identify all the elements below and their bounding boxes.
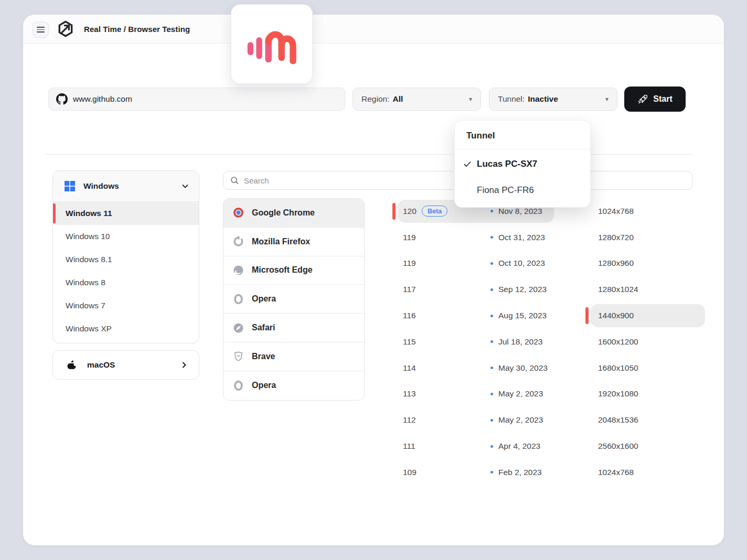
release-date-label: May 30, 2023 [498,363,548,373]
browser-row-opera-2[interactable]: Opera [223,371,364,400]
browser-row-edge[interactable]: Microsoft Edge [223,256,364,285]
brave-icon [233,351,244,362]
release-date: May 2, 2023 [490,415,543,425]
release-date-label: Sep 12, 2023 [498,285,547,294]
opera-icon [233,294,244,305]
resolution-label: 2560x1600 [598,441,638,451]
start-button[interactable]: Start [624,87,686,112]
version-row[interactable]: 112 May 2, 2023 [392,407,554,433]
url-input[interactable] [73,94,337,104]
bullet-icon [490,367,493,369]
sidebar-item-windows-10[interactable]: Windows 10 [53,225,199,248]
browser-name: Mozilla Firefox [252,237,310,246]
release-date: Oct 10, 2023 [490,259,545,268]
release-date: Oct 31, 2023 [490,233,545,242]
version-number: 112 [403,415,416,425]
windows-icon [65,181,75,191]
os-panel-macos[interactable]: macOS [52,350,199,380]
rocket-icon [637,94,648,105]
section-divider [45,154,692,155]
bullet-icon [490,393,493,395]
safari-icon [233,322,244,333]
sidebar-item-windows-8-1[interactable]: Windows 8.1 [53,248,199,271]
version-number: 109 [403,468,417,477]
tunnel-option-lucas[interactable]: Lucas PC-SX7 [455,153,590,176]
windows-group-header[interactable]: Windows [53,171,199,201]
version-row[interactable]: 119 Oct 10, 2023 [392,251,554,277]
resolution-row[interactable]: 1280x1024 [585,276,707,303]
url-field[interactable] [48,88,345,111]
chevron-right-icon [180,361,188,369]
desktop-background: Real Time / Browser Testing Region: All … [0,0,747,560]
bullet-icon [490,315,493,317]
version-row[interactable]: 116 Aug 15, 2023 [392,303,554,329]
os-item-label: Windows 8.1 [66,255,112,264]
bullet-icon [490,210,493,212]
browser-name: Microsoft Edge [252,265,313,275]
release-date-label: May 2, 2023 [498,389,543,399]
apple-icon [67,360,77,371]
tunnel-dropdown-menu: Tunnel Lucas PC-SX7 Fiona PC-FR6 [454,120,591,208]
release-date-label: Apr 4, 2023 [498,441,540,451]
version-number: 117 [403,285,416,294]
chevron-down-icon: ▾ [469,95,472,103]
tunnel-option-label: Fiona PC-FR6 [477,185,534,196]
tunnel-menu-title: Tunnel [455,121,590,149]
release-date-label: Oct 10, 2023 [498,259,545,268]
browser-row-chrome[interactable]: Google Chrome [223,199,364,228]
version-row[interactable]: 113 May 2, 2023 [392,381,554,407]
resolution-label: 1280x720 [598,233,634,242]
resolution-row[interactable]: 1024x768 [585,459,707,486]
resolution-row[interactable]: 1680x1050 [585,355,707,381]
browser-list: Google Chrome Mozilla Firefox [223,198,365,401]
browser-row-opera[interactable]: Opera [223,285,364,314]
version-row[interactable]: 114 May 30, 2023 [392,355,554,381]
page-title: Real Time / Browser Testing [84,15,190,44]
sidebar-item-windows-xp[interactable]: Windows XP [53,317,199,340]
sidebar-item-windows-8[interactable]: Windows 8 [53,271,199,294]
resolution-row[interactable]: 1600x1200 [585,329,707,355]
browser-row-safari[interactable]: Safari [223,314,364,342]
bullet-icon [490,262,493,265]
version-list: 120 Beta Nov 8, 2023 119 Oct 31, 2023 11… [392,198,554,486]
tunnel-select[interactable]: Tunnel: Inactive ▾ [489,88,617,111]
tunnel-value: Inactive [528,94,558,104]
start-label: Start [653,94,672,104]
region-select[interactable]: Region: All ▾ [353,88,481,111]
resolution-row-selected[interactable]: 1440x900 [585,303,707,329]
browser-row-brave[interactable]: Brave [223,342,364,371]
release-date-label: Oct 31, 2023 [498,233,545,242]
chevron-down-icon [181,182,189,190]
bullet-icon [490,288,493,291]
resolution-label: 1920x1080 [598,389,638,399]
tunnel-option-fiona[interactable]: Fiona PC-FR6 [455,179,590,202]
menu-button[interactable] [33,21,49,38]
version-row[interactable]: 117 Sep 12, 2023 [392,276,554,303]
resolution-row[interactable]: 1280x720 [585,224,707,251]
browser-row-firefox[interactable]: Mozilla Firefox [223,228,364,256]
version-number: 120 [403,207,417,216]
resolution-row[interactable]: 1280x960 [585,251,707,277]
chrome-icon [233,207,244,218]
resolution-label: 1024x768 [598,207,634,216]
resolution-row[interactable]: 2048x1536 [585,407,707,433]
browser-name: Safari [252,323,275,332]
resolution-row[interactable]: 1920x1080 [585,381,707,407]
os-item-label: Windows 8 [66,278,105,287]
browser-name: Google Chrome [252,208,315,218]
resolution-label: 1680x1050 [598,363,638,373]
version-row[interactable]: 119 Oct 31, 2023 [392,224,554,251]
resolution-row[interactable]: 2560x1600 [585,433,707,459]
resolution-label: 1280x1024 [598,285,638,294]
windows-version-list: Windows 11 Windows 10 Windows 8.1 Window… [53,201,199,343]
version-number: 113 [403,389,416,399]
resolution-row[interactable]: 1024x768 [585,198,707,224]
release-date: Sep 12, 2023 [490,285,547,294]
version-row[interactable]: 111 Apr 4, 2023 [392,433,554,459]
version-row[interactable]: 109 Feb 2, 2023 [392,459,554,486]
sidebar-item-windows-11[interactable]: Windows 11 [53,202,199,225]
version-row[interactable]: 115 Jul 18, 2023 [392,329,554,355]
sidebar-item-windows-7[interactable]: Windows 7 [53,294,199,317]
top-bar: Real Time / Browser Testing [23,15,724,44]
release-date: Nov 8, 2023 [490,207,542,216]
